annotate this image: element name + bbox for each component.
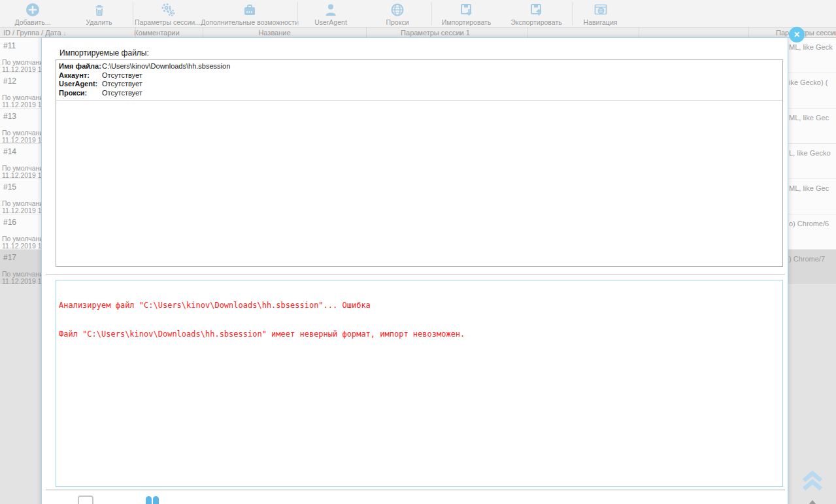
import-log: Анализируем файл "C:\Users\kinov\Downloa…	[56, 280, 783, 487]
row-date: 11.12.2019 1	[2, 101, 42, 109]
column-separator	[639, 27, 639, 38]
export-button[interactable]: Экспортировать	[501, 0, 572, 27]
row-id: #17	[3, 253, 16, 262]
row-date: 11.12.2019 1	[2, 242, 42, 250]
row-date: 11.12.2019 1	[2, 65, 42, 73]
import-dialog: Импортируемые файлы: Имя файла:C:\Users\…	[41, 37, 788, 504]
import-icon	[459, 2, 475, 18]
scroll-to-top-button[interactable]	[801, 470, 824, 497]
import-button-label: Импортировать	[442, 18, 492, 26]
useragent-button[interactable]: UserAgent	[298, 0, 363, 27]
navigation-button-label: Навигация	[584, 18, 618, 26]
proxy-label: Прокси:	[59, 89, 102, 98]
row-useragent-fragment: L, like Gecko	[789, 149, 831, 157]
row-id: #12	[3, 76, 16, 86]
globe-icon	[390, 2, 405, 18]
row-useragent-fragment: o) Chrome/6	[789, 220, 829, 227]
column-separator	[748, 27, 749, 38]
useragent-value: Отсутствует	[102, 80, 142, 88]
session-params-button-label: Параметры сессии...	[135, 18, 201, 26]
file-name-value: C:\Users\kinov\Downloads\hh.sbsession	[102, 62, 230, 70]
column-header-comments[interactable]: Комментарии	[134, 29, 179, 37]
navigation-button[interactable]: Навигация	[573, 0, 628, 27]
column-header-name[interactable]: Название	[258, 29, 290, 37]
table-header: ID / Группа / Дата ↓ Комментарии Названи…	[0, 27, 836, 38]
account-value: Отсутствует	[102, 71, 142, 79]
export-icon	[529, 2, 544, 18]
column-separator	[366, 27, 367, 38]
row-date: 11.12.2019 1	[2, 171, 42, 179]
app-window: Добавить... Удалить Параметры сессии... …	[0, 0, 836, 504]
import-button[interactable]: Импортировать	[432, 0, 501, 27]
import-dialog-title: Импортируемые файлы:	[59, 48, 149, 58]
dialog-separator	[46, 490, 785, 490]
proxy-value: Отсутствует	[102, 89, 142, 97]
import-file-item[interactable]: Имя файла:C:\Users\kinov\Downloads\hh.sb…	[56, 60, 782, 101]
extra-features-button[interactable]: Дополнительные возможности	[202, 0, 297, 27]
export-button-label: Экспортировать	[510, 18, 561, 26]
log-line: Анализируем файл "C:\Users\kinov\Downloa…	[59, 301, 780, 311]
extra-features-button-label: Дополнительные возможности	[201, 18, 299, 26]
user-icon	[323, 2, 339, 18]
proxy-button[interactable]: Прокси	[363, 0, 431, 27]
row-id: #16	[3, 218, 16, 227]
add-button[interactable]: Добавить...	[0, 0, 65, 27]
account-field: Аккаунт:Отсутствует	[59, 71, 780, 80]
import-file-list[interactable]: Имя файла:C:\Users\kinov\Downloads\hh.sb…	[56, 59, 783, 267]
row-useragent-fragment: ML, like Geck	[789, 43, 833, 51]
delete-button[interactable]: Удалить	[65, 0, 133, 27]
delete-button-label: Удалить	[86, 18, 112, 26]
dialog-footer-report-icon[interactable]	[78, 496, 93, 504]
row-date: 11.12.2019 1	[2, 136, 42, 144]
row-useragent-fragment: ) Chrome/7	[789, 255, 825, 263]
proxy-button-label: Прокси	[386, 18, 409, 26]
column-header-session-params-1[interactable]: Параметры сессии 1	[401, 29, 470, 37]
row-id: #13	[3, 112, 16, 121]
row-date: 11.12.2019 1	[2, 277, 42, 285]
row-useragent-fragment: ML, like Gec	[789, 114, 829, 122]
row-id: #15	[3, 182, 16, 192]
trash-icon	[92, 2, 107, 18]
account-label: Аккаунт:	[59, 71, 102, 80]
scroll-tip-icon	[809, 500, 816, 504]
column-header-session-params-2[interactable]: Параметры сессии	[776, 29, 836, 37]
toolbox-icon	[242, 2, 258, 18]
sort-indicator: ↓	[63, 30, 67, 37]
dialog-close-button[interactable]: ✕	[789, 27, 805, 42]
file-name-field: Имя файла:C:\Users\kinov\Downloads\hh.sb…	[59, 62, 780, 71]
log-line: Файл "C:\Users\kinov\Downloads\hh.sbsess…	[59, 329, 780, 339]
row-id: #11	[3, 41, 16, 50]
session-params-button[interactable]: Параметры сессии...	[133, 0, 202, 27]
add-circle-icon	[25, 2, 41, 18]
row-useragent-fragment: ML, like Gec	[789, 184, 829, 192]
proxy-field: Прокси:Отсутствует	[59, 89, 780, 98]
column-separator	[135, 27, 136, 38]
column-separator	[527, 27, 528, 38]
main-toolbar: Добавить... Удалить Параметры сессии... …	[0, 0, 836, 27]
useragent-field: UserAgent:Отсутствует	[59, 80, 780, 89]
add-button-label: Добавить...	[14, 18, 50, 26]
navigation-icon	[593, 2, 609, 18]
useragent-label: UserAgent:	[59, 80, 102, 89]
row-useragent-fragment: ike Gecko) (	[789, 78, 828, 86]
gears-icon	[160, 2, 176, 18]
dialog-footer-arrows-icon[interactable]	[146, 496, 160, 504]
useragent-button-label: UserAgent	[314, 18, 347, 26]
row-date: 11.12.2019 1	[2, 207, 42, 214]
file-name-label: Имя файла:	[59, 62, 102, 71]
dialog-separator	[46, 274, 785, 275]
column-header-id-group-date[interactable]: ID / Группа / Дата ↓	[3, 29, 66, 37]
column-separator	[203, 27, 203, 38]
row-id: #14	[3, 147, 16, 156]
